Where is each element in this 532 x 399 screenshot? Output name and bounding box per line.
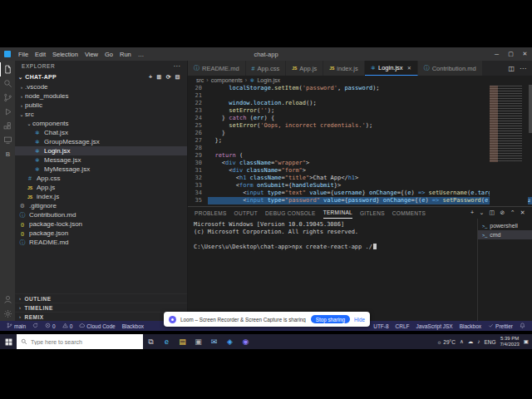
volume-icon[interactable]: ♪ [477, 338, 480, 345]
shell-item-cmd[interactable]: >_cmd [478, 230, 532, 239]
new-terminal-icon[interactable]: + [470, 209, 474, 216]
remote-icon[interactable] [0, 133, 15, 147]
tree-item-contribution-md[interactable]: ⓘContribution.md [15, 210, 187, 219]
status-encoding[interactable]: UTF-8 [370, 323, 392, 329]
code-editor[interactable]: 20 localStorage.setItem('password', pass… [188, 85, 532, 206]
tree-item-components[interactable]: ⌄components [15, 119, 187, 128]
sidebar-section-outline[interactable]: ›OUTLINE [15, 293, 187, 303]
editor-scrollbar[interactable] [529, 85, 532, 133]
maximize-button[interactable]: ▢ [504, 47, 518, 61]
menu-item[interactable]: View [81, 51, 101, 58]
run-debug-icon[interactable] [0, 105, 15, 119]
collapse-all-icon[interactable]: ⊟ [175, 74, 180, 81]
breadcrumb-item[interactable]: components [211, 77, 243, 83]
edge-icon[interactable]: e [159, 334, 175, 349]
status-language-mode[interactable]: JavaScript JSX [413, 323, 456, 329]
tree-item-mymessage-jsx[interactable]: ⚛MyMessage.jsx [15, 165, 187, 174]
project-root-row[interactable]: ⌄ CHAT-APP +⊞⟳⊟ [15, 71, 187, 82]
start-button[interactable] [0, 334, 17, 349]
menu-item[interactable]: Run [116, 51, 135, 58]
vscode-icon[interactable]: ◈ [222, 334, 238, 349]
tree-item-app-js[interactable]: JSApp.js [15, 183, 187, 192]
loom-icon[interactable]: ◉ [238, 334, 254, 349]
tab-readme-md[interactable]: ⓘREADME.md [188, 61, 246, 76]
sidebar-section-remix[interactable]: ›REMIX [15, 312, 187, 321]
tree-item--vscode[interactable]: ›.vscode [15, 82, 187, 91]
tree-item-groupmessage-jsx[interactable]: ⚛GroupMessage.jsx [15, 137, 187, 146]
tab-contribution-md[interactable]: ⓘContribution.md [418, 61, 483, 76]
close-button[interactable]: ✕ [518, 47, 532, 61]
account-icon[interactable] [0, 293, 15, 307]
panel-tab-output[interactable]: OUTPUT [234, 207, 259, 219]
tree-item-src[interactable]: ⌄src [15, 110, 187, 119]
new-folder-icon[interactable]: ⊞ [156, 74, 161, 81]
explorer-icon[interactable] [0, 62, 15, 76]
extensions-icon[interactable] [0, 119, 15, 133]
status-errors[interactable]: 0 [42, 323, 59, 329]
tree-item-chat-jsx[interactable]: ⚛Chat.jsx [15, 128, 187, 137]
status-blackbox[interactable]: Blackbox [119, 323, 147, 329]
panel-tab-comments[interactable]: COMMENTS [392, 207, 426, 219]
status-branch[interactable]: main [3, 323, 29, 329]
tree-item-package-json[interactable]: {}package.json [15, 229, 187, 238]
tree-item-public[interactable]: ›public [15, 101, 187, 110]
store-icon[interactable]: ▣ [190, 334, 206, 349]
status-notifications[interactable] [516, 323, 529, 329]
tree-item-readme-md[interactable]: ⓘREADME.md [15, 238, 187, 247]
tab-app-js[interactable]: JSApp.js [286, 61, 323, 76]
new-file-icon[interactable]: + [149, 74, 152, 81]
tree-item-node-modules[interactable]: ›node_modules [15, 91, 187, 101]
split-terminal-icon[interactable]: ◫ [490, 209, 495, 216]
refresh-icon[interactable]: ⟳ [166, 74, 171, 81]
tree-item-app-css[interactable]: #App.css [15, 174, 187, 183]
clock[interactable]: 5:39 PM 7/4/2023 [500, 336, 519, 347]
minimap[interactable] [490, 85, 528, 206]
hidden-icons-icon[interactable]: ∧ [460, 338, 464, 345]
panel-tab-debug-console[interactable]: DEBUG CONSOLE [265, 207, 316, 219]
close-panel-icon[interactable]: ✕ [520, 209, 525, 216]
terminal[interactable]: Microsoft Windows [Version 10.0.19045.30… [188, 219, 477, 321]
hide-link[interactable]: Hide [354, 317, 365, 323]
blackbox-icon[interactable]: B [0, 147, 15, 161]
minimize-button[interactable]: ─ [490, 47, 504, 61]
tab-index-js[interactable]: JSindex.js [323, 61, 365, 76]
tree-item-login-jsx[interactable]: ⚛Login.jsx [15, 146, 187, 155]
menu-item[interactable]: … [135, 51, 148, 58]
status-blackbox[interactable]: Blackbox [456, 323, 485, 329]
tab-login-jsx[interactable]: ⚛Login.jsx✕ [365, 61, 418, 76]
breadcrumb-item[interactable]: src [196, 77, 204, 83]
task-view-icon[interactable]: ⧉ [143, 334, 159, 349]
tree-item--gitignore[interactable]: ⚙.gitignore [15, 201, 187, 210]
menu-item[interactable]: Go [101, 51, 116, 58]
source-control-icon[interactable] [0, 91, 15, 105]
stop-sharing-button[interactable]: Stop sharing [311, 315, 350, 323]
status-warnings[interactable]: 0 [59, 323, 76, 329]
maximize-panel-icon[interactable]: ⌃ [510, 209, 515, 216]
tree-item-index-js[interactable]: JSindex.js [15, 192, 187, 201]
more-actions-icon[interactable]: ⋯ [173, 62, 180, 70]
tab-app-css[interactable]: #App.css [246, 61, 287, 76]
menu-item[interactable]: Selection [49, 51, 81, 58]
status-prettier[interactable]: Prettier [485, 323, 516, 329]
file-explorer-icon[interactable]: ▤ [175, 334, 190, 349]
tree-item-message-jsx[interactable]: ⚛Message.jsx [15, 155, 187, 165]
split-editor-icon[interactable]: ◫ [508, 65, 515, 72]
shell-item-powershell[interactable]: >_powershell [478, 221, 532, 230]
panel-tab-gitlens[interactable]: GITLENS [360, 207, 385, 219]
status-sync[interactable] [29, 323, 42, 329]
mail-icon[interactable]: ✉ [206, 334, 222, 349]
sidebar-section-timeline[interactable]: ›TIMELINE [15, 303, 187, 312]
taskbar-search[interactable] [17, 334, 143, 349]
tree-item-package-lock-json[interactable]: {}package-lock.json [15, 219, 187, 229]
language-indicator[interactable]: ENG [484, 339, 495, 345]
more-actions-icon[interactable]: ⋯ [520, 65, 526, 72]
search-input[interactable] [31, 339, 129, 345]
onedrive-icon[interactable]: ☁ [468, 338, 474, 345]
breadcrumb-item[interactable]: Login.jsx [257, 77, 280, 83]
menu-item[interactable]: File [15, 51, 32, 58]
status-cloud-code[interactable]: Cloud Code [76, 323, 118, 329]
breadcrumb[interactable]: src›components›⚛Login.jsx [188, 76, 532, 85]
status-eol[interactable]: CRLF [392, 323, 413, 329]
settings-icon[interactable] [0, 307, 15, 321]
panel-tab-problems[interactable]: PROBLEMS [195, 207, 227, 219]
